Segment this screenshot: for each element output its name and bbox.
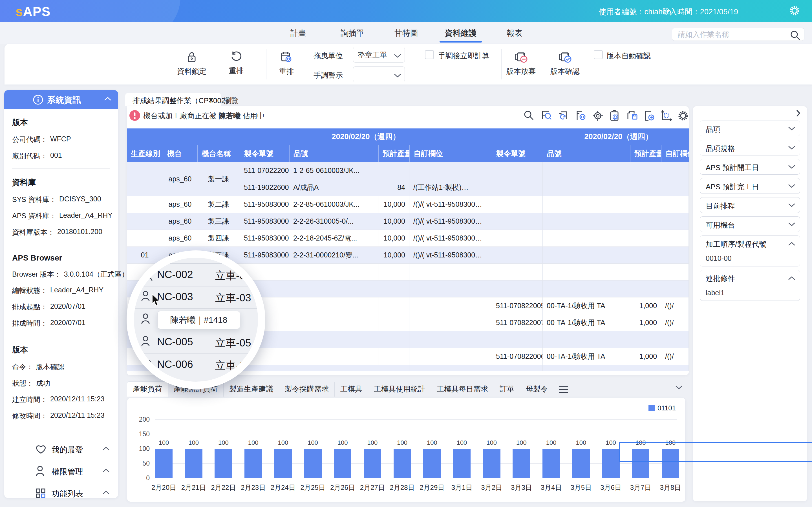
bar-3月2日[interactable] bbox=[483, 449, 500, 478]
table-cell[interactable]: /()/ bbox=[661, 314, 689, 331]
table-cell[interactable]: 511-950830003 bbox=[240, 213, 289, 230]
bar-3月1日[interactable] bbox=[453, 449, 470, 478]
table-cell[interactable] bbox=[409, 281, 492, 297]
bar-2月29日[interactable] bbox=[423, 449, 441, 478]
table-cell[interactable] bbox=[378, 314, 409, 331]
search-icon[interactable] bbox=[790, 30, 801, 42]
table-cell[interactable]: 511-070822007 bbox=[492, 314, 543, 331]
table-cell[interactable] bbox=[543, 213, 630, 230]
table-cell[interactable] bbox=[630, 213, 661, 230]
column-header[interactable]: 生產線別 bbox=[127, 145, 163, 162]
table-cell[interactable] bbox=[543, 179, 630, 196]
filter-item-7[interactable]: 加工順序/製程代號0010-00 bbox=[700, 235, 800, 267]
table-cell[interactable] bbox=[661, 365, 689, 371]
table-cell[interactable] bbox=[378, 297, 409, 314]
table-cell[interactable]: 511-950830005 bbox=[240, 196, 289, 213]
table-cell[interactable] bbox=[543, 264, 630, 281]
table-cell[interactable] bbox=[289, 297, 378, 314]
table-cell[interactable]: 10,000 bbox=[378, 196, 409, 213]
table-cell[interactable] bbox=[127, 196, 163, 213]
table-cell[interactable]: 10,000 bbox=[378, 230, 409, 247]
nav-tab-1[interactable]: 計畫 bbox=[290, 28, 306, 39]
column-header[interactable]: 品號 bbox=[543, 145, 630, 162]
file-search-icon[interactable] bbox=[540, 110, 553, 122]
bar-3月8日[interactable] bbox=[662, 449, 679, 478]
table-cell[interactable] bbox=[661, 213, 689, 230]
data-lock-button[interactable]: 資料鎖定 bbox=[177, 51, 206, 76]
doc-undo-icon[interactable] bbox=[557, 110, 569, 122]
table-cell[interactable]: 製二課 bbox=[197, 196, 240, 213]
table-cell[interactable]: 00-TA-1/驗收用 TA bbox=[543, 297, 630, 314]
table-cell[interactable] bbox=[661, 331, 689, 348]
version-discard-button[interactable]: 版本放棄 bbox=[506, 51, 536, 76]
bottom-tab-1[interactable]: 產能負荷 bbox=[127, 381, 168, 397]
table-cell[interactable]: 511-070222002 bbox=[240, 162, 289, 179]
table-cell[interactable]: /()/( vt-511-9508300… bbox=[409, 247, 492, 264]
table-cell[interactable] bbox=[661, 162, 689, 179]
table-cell[interactable]: 2-2-85-0610003/JK... bbox=[289, 196, 378, 213]
rearrange-button[interactable]: 重排 bbox=[229, 51, 244, 76]
table-cell[interactable]: 01 bbox=[127, 247, 163, 264]
table-cell[interactable]: 511-950830004 bbox=[240, 247, 289, 264]
filter-item-3[interactable]: APS 預計開工日 bbox=[700, 159, 800, 175]
version-confirm-button[interactable]: 版本確認 bbox=[550, 51, 580, 76]
table-cell[interactable] bbox=[492, 213, 543, 230]
table-cell[interactable] bbox=[630, 196, 661, 213]
table-cell[interactable]: 2-2-18-2045-6Z/電... bbox=[289, 230, 378, 247]
chevron-right-icon[interactable] bbox=[796, 110, 801, 118]
table-cell[interactable] bbox=[661, 230, 689, 247]
manual-alert-select[interactable] bbox=[353, 66, 405, 82]
table-cell[interactable]: aps_60 bbox=[163, 213, 197, 230]
table-cell[interactable] bbox=[630, 331, 661, 348]
bar-3月3日[interactable] bbox=[513, 449, 530, 478]
doc-save-icon[interactable] bbox=[626, 110, 638, 122]
table-cell[interactable] bbox=[127, 179, 163, 196]
bottom-tab-4[interactable]: 製令採購需求 bbox=[279, 382, 335, 397]
sidebar-header[interactable]: 系統資訊 bbox=[4, 90, 118, 109]
table-cell[interactable]: 2-2-31-0000210/變... bbox=[289, 247, 378, 264]
bar-2月20日[interactable] bbox=[155, 449, 172, 478]
settings-gear-icon[interactable] bbox=[788, 4, 801, 17]
bottom-tab-7[interactable]: 工模具每日需求 bbox=[431, 382, 494, 397]
column-header[interactable]: 製令單號 bbox=[240, 145, 289, 162]
doc-pause-icon[interactable] bbox=[574, 110, 587, 122]
column-header[interactable]: 預計產量 bbox=[378, 145, 409, 162]
table-cell[interactable] bbox=[289, 264, 378, 281]
table-cell[interactable] bbox=[289, 365, 378, 371]
bar-2月23日[interactable] bbox=[245, 449, 262, 478]
column-header[interactable]: 自訂欄位 bbox=[409, 145, 492, 162]
table-cell[interactable] bbox=[492, 162, 543, 179]
filter-item-8[interactable]: 連批條件label1 bbox=[700, 270, 800, 301]
column-header[interactable]: 預計產量 bbox=[630, 145, 661, 162]
table-cell[interactable]: 511-070822005 bbox=[492, 297, 543, 314]
table-cell[interactable] bbox=[543, 247, 630, 264]
table-cell[interactable] bbox=[409, 348, 492, 365]
table-cell[interactable] bbox=[661, 196, 689, 213]
table-cell[interactable] bbox=[492, 230, 543, 247]
table-cell[interactable] bbox=[127, 230, 163, 247]
table-cell[interactable] bbox=[661, 179, 689, 196]
table-cell[interactable]: /()/ bbox=[661, 297, 689, 314]
auto-confirm-checkbox[interactable] bbox=[594, 50, 603, 59]
nav-tab-4[interactable]: 資料維護 bbox=[445, 28, 476, 39]
column-header[interactable]: 自訂欄位 bbox=[661, 145, 689, 162]
table-cell[interactable] bbox=[661, 247, 689, 264]
table-cell[interactable] bbox=[543, 230, 630, 247]
table-cell[interactable] bbox=[543, 331, 630, 348]
table-cell[interactable]: 1-2-65-0610003/JK... bbox=[289, 162, 378, 179]
search-icon[interactable] bbox=[523, 110, 536, 122]
table-cell[interactable] bbox=[543, 196, 630, 213]
table-cell[interactable]: aps_60 bbox=[163, 196, 197, 213]
table-cell[interactable]: /()/( vt-511-9508300… bbox=[409, 196, 492, 213]
table-cell[interactable] bbox=[378, 365, 409, 371]
table-cell[interactable]: /()/( vt-511-9508300… bbox=[409, 230, 492, 247]
table-cell[interactable] bbox=[378, 331, 409, 348]
crosshair-icon[interactable] bbox=[592, 110, 604, 122]
table-cell[interactable] bbox=[492, 264, 543, 281]
table-cell[interactable]: 10,000 bbox=[378, 213, 409, 230]
bottom-tab-8[interactable]: 訂單 bbox=[494, 382, 520, 397]
table-cell[interactable] bbox=[630, 281, 661, 297]
table-cell[interactable] bbox=[661, 264, 689, 281]
bar-3月7日[interactable] bbox=[632, 449, 649, 478]
table-cell[interactable] bbox=[409, 365, 492, 371]
